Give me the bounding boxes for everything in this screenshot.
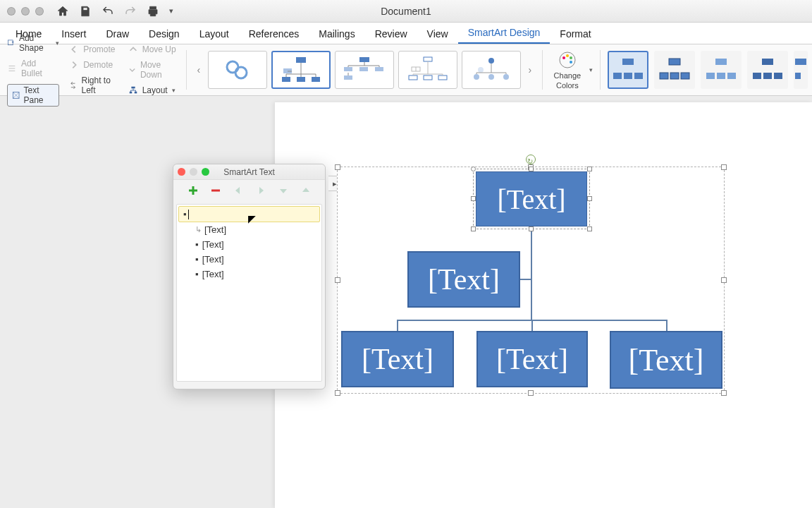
layout-button[interactable]: Layout ▾ <box>125 84 179 97</box>
resize-handle[interactable] <box>335 164 340 170</box>
svg-rect-18 <box>409 75 417 80</box>
tab-format[interactable]: Format <box>550 23 601 44</box>
zoom-window-icon[interactable] <box>35 7 44 16</box>
layout-thumb-4[interactable] <box>398 51 457 89</box>
smartart-node-assistant[interactable]: [Text] <box>407 251 520 308</box>
tab-design[interactable]: Design <box>139 23 190 44</box>
svg-rect-3 <box>129 92 132 94</box>
layout-thumb-2[interactable] <box>271 51 331 89</box>
connector <box>531 320 533 331</box>
resize-handle[interactable] <box>721 164 727 170</box>
resize-handle[interactable] <box>529 167 534 171</box>
bullet-icon: ▪ <box>195 239 199 250</box>
tab-smartart-design[interactable]: SmartArt Design <box>458 22 550 44</box>
resize-handle[interactable] <box>587 196 592 201</box>
svg-rect-17 <box>424 57 432 61</box>
outline-row-4[interactable]: ▪ [Text] <box>191 267 320 282</box>
layout-thumb-1[interactable] <box>208 51 267 89</box>
save-icon[interactable] <box>79 5 92 18</box>
smartart-node-child-1[interactable]: [Text] <box>341 331 454 387</box>
tab-review[interactable]: Review <box>365 23 417 44</box>
panel-title: SmartArt Text <box>223 167 274 177</box>
resize-handle[interactable] <box>471 196 476 201</box>
panel-indent-icon[interactable] <box>256 186 266 198</box>
panel-body[interactable]: ▪ ↳ [Text] ▪ [Text] ▪ [Text] ▪ [Text] <box>176 204 322 382</box>
rotate-handle-icon[interactable] <box>526 155 536 164</box>
redo-icon[interactable] <box>124 5 137 18</box>
panel-close-icon[interactable] <box>178 168 185 176</box>
resize-handle[interactable] <box>587 167 592 171</box>
chevron-down-icon: ▾ <box>56 40 59 47</box>
qat-overflow-icon[interactable]: ▾ <box>169 6 173 16</box>
tab-references[interactable]: References <box>239 23 309 44</box>
rtl-label: Right to Left <box>81 75 118 95</box>
style-thumb-4[interactable] <box>747 51 788 89</box>
gallery-prev-button[interactable]: ‹ <box>194 49 204 91</box>
tab-draw[interactable]: Draw <box>96 23 139 44</box>
text-pane-button[interactable]: Text Pane <box>4 83 62 108</box>
layout-thumb-3[interactable] <box>335 51 394 89</box>
resize-handle[interactable] <box>335 277 340 283</box>
bullet-icon: ▪ <box>195 269 199 279</box>
assistant-hook-icon: ↳ <box>195 225 202 234</box>
outline-row-2[interactable]: ▪ [Text] <box>191 237 320 252</box>
resize-handle[interactable] <box>529 226 534 231</box>
panel-zoom-icon[interactable] <box>202 168 209 176</box>
outline-text[interactable]: [Text] <box>202 254 224 265</box>
resize-handle[interactable] <box>471 226 476 231</box>
move-down-button[interactable]: Move Down <box>125 59 179 81</box>
smartart-canvas[interactable]: [Text] [Text] [Text] [Text] [Text] <box>337 167 725 394</box>
style-thumb-1[interactable] <box>608 51 648 89</box>
right-to-left-button[interactable]: Right to Left <box>66 74 121 97</box>
svg-rect-19 <box>424 75 432 80</box>
panel-moveup-icon[interactable] <box>301 186 311 198</box>
demote-button[interactable]: Demote <box>66 59 121 71</box>
smartart-node-child-2[interactable]: [Text] <box>476 331 588 387</box>
outline-text[interactable]: [Text] <box>204 224 226 235</box>
connector <box>397 320 398 331</box>
style-thumb-5[interactable] <box>794 51 808 89</box>
svg-rect-37 <box>660 73 668 79</box>
arrow-down-icon <box>128 65 136 75</box>
tab-view[interactable]: View <box>417 23 458 44</box>
move-up-button[interactable]: Move Up <box>125 43 179 56</box>
resize-handle[interactable] <box>721 390 727 396</box>
outline-row-0[interactable]: ▪ <box>178 206 320 222</box>
resize-handle[interactable] <box>471 167 476 171</box>
panel-minimize-icon <box>190 168 197 176</box>
layout-icon <box>128 85 138 95</box>
resize-handle[interactable] <box>721 277 727 283</box>
document-title: Document1 <box>381 6 431 17</box>
outline-row-3[interactable]: ▪ [Text] <box>191 252 320 267</box>
tab-layout[interactable]: Layout <box>190 23 239 44</box>
panel-movedown-icon[interactable] <box>278 186 288 198</box>
resize-handle[interactable] <box>528 390 534 396</box>
smartart-text-panel: SmartArt Text ▪ ↳ [Text] ▪ [Text] ▪ [Tex… <box>173 164 326 389</box>
add-shape-button[interactable]: Add Shape ▾ <box>4 32 62 54</box>
resize-handle[interactable] <box>587 226 592 231</box>
outline-text[interactable]: [Text] <box>202 269 224 279</box>
promote-button[interactable]: Promote <box>66 43 121 56</box>
gallery-next-button[interactable]: › <box>525 49 535 91</box>
home-icon[interactable] <box>56 5 69 18</box>
quick-access-toolbar: ▾ <box>56 5 173 18</box>
panel-add-icon[interactable] <box>188 186 198 198</box>
resize-handle[interactable] <box>335 390 340 396</box>
outline-row-1[interactable]: ↳ [Text] <box>191 222 320 237</box>
change-colors-button[interactable]: Change Colors <box>550 50 586 90</box>
style-thumb-3[interactable] <box>701 51 742 89</box>
layout-thumb-5[interactable] <box>462 51 521 89</box>
add-bullet-button[interactable]: Add Bullet <box>4 57 62 80</box>
panel-titlebar[interactable]: SmartArt Text <box>173 164 325 180</box>
tab-mailings[interactable]: Mailings <box>309 23 364 44</box>
close-window-icon[interactable] <box>7 7 16 16</box>
panel-outdent-icon[interactable] <box>233 186 243 198</box>
print-icon[interactable] <box>147 5 159 18</box>
style-thumb-2[interactable] <box>654 51 695 89</box>
smartart-node-child-3[interactable]: [Text] <box>610 331 722 389</box>
outline-text[interactable]: [Text] <box>202 239 224 250</box>
undo-icon[interactable] <box>102 5 114 18</box>
minimize-window-icon[interactable] <box>21 7 30 16</box>
panel-remove-icon[interactable] <box>211 186 221 198</box>
smartart-node-top[interactable]: [Text] <box>476 171 587 226</box>
